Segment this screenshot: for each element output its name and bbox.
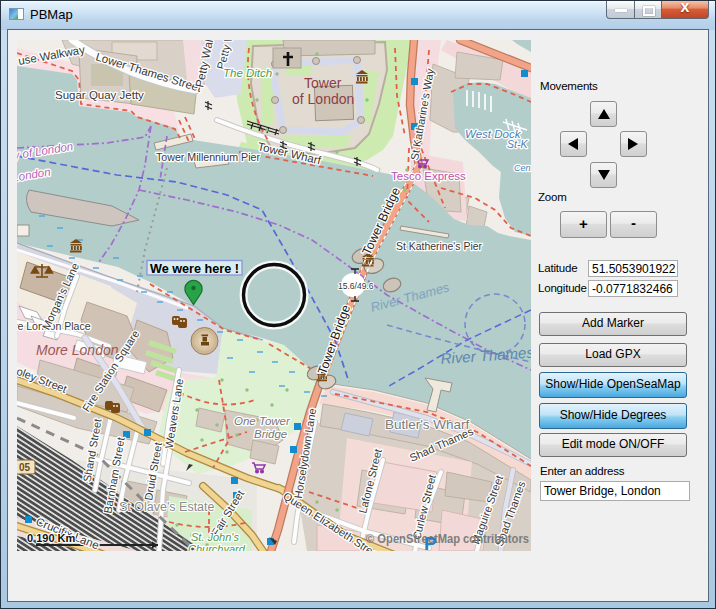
svg-text:Bridge: Bridge	[254, 428, 287, 440]
svg-text:Butler's Wharf: Butler's Wharf	[385, 417, 470, 432]
svg-text:St-K: St-K	[507, 138, 528, 150]
svg-text:15.6/49.6: 15.6/49.6	[338, 281, 374, 291]
svg-text:St. John's: St. John's	[191, 531, 239, 543]
svg-text:The Ditch: The Ditch	[223, 67, 272, 79]
svg-text:0 190 Km: 0 190 Km	[27, 532, 76, 544]
svg-text:P: P	[424, 533, 437, 551]
svg-text:We were here !: We were here !	[150, 262, 239, 276]
svg-text:05: 05	[19, 462, 31, 473]
svg-text:St Katherine's Pier: St Katherine's Pier	[396, 240, 482, 252]
svg-text:Tower: Tower	[304, 75, 342, 91]
svg-text:More London: More London	[36, 342, 119, 358]
svg-text:One Tower: One Tower	[234, 415, 291, 427]
svg-text:Churchyard: Churchyard	[188, 543, 246, 551]
svg-text:Sugar Quay Jetty: Sugar Quay Jetty	[55, 89, 144, 101]
svg-text:of London: of London	[292, 91, 354, 107]
svg-text:Tower Millennium Pier: Tower Millennium Pier	[156, 151, 260, 163]
svg-text:Tesco Express: Tesco Express	[391, 170, 466, 182]
svg-text:St Olave's Estate: St Olave's Estate	[119, 500, 215, 514]
svg-text:Cent: Cent	[514, 163, 531, 173]
svg-text:© OpenStreetMap contributors: © OpenStreetMap contributors	[366, 532, 529, 546]
